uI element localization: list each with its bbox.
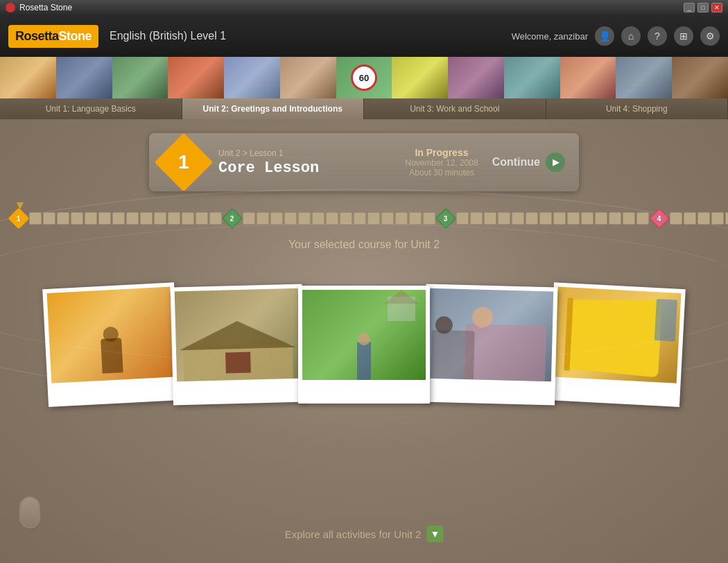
photo-image-3: [302, 290, 426, 380]
timeline-square: [684, 212, 696, 225]
strip-image-speed-sign: 60: [336, 57, 392, 98]
timeline-square: [595, 212, 607, 225]
home-icon[interactable]: ⌂: [621, 26, 641, 46]
strip-image-3: [112, 57, 168, 98]
maximize-button[interactable]: □: [697, 3, 709, 12]
timeline-square: [243, 212, 255, 225]
timeline-square: [423, 212, 435, 225]
strip-image-9: [504, 57, 560, 98]
explore-bar: Explore all activities for Unit 2 ▼: [285, 526, 444, 542]
unit-tab-2[interactable]: Unit 2: Greetings and Introductions: [182, 98, 365, 119]
welcome-text: Welcome, zanzibar: [512, 31, 588, 42]
scroll-indicator: [19, 496, 40, 528]
photo-image-1: [47, 287, 175, 383]
timeline-square: [270, 212, 283, 225]
lesson-status: In Progress November 12, 2008 About 30 m…: [405, 147, 478, 177]
timeline-square: [367, 212, 380, 225]
timeline-square: [196, 212, 208, 225]
title-bar-icon: [6, 3, 15, 12]
help-icon[interactable]: ?: [648, 26, 667, 46]
strip-image-11: [616, 57, 672, 98]
timeline-square: [29, 212, 42, 225]
timeline-square: [312, 212, 324, 225]
photo-image-4: [428, 288, 553, 382]
timeline-square: [284, 212, 297, 225]
timeline-square: [126, 212, 139, 225]
unit-tab-3[interactable]: Unit 3: Work and School: [364, 98, 546, 119]
lesson-number-badge: 1: [155, 133, 214, 192]
explore-dropdown-button[interactable]: ▼: [426, 526, 443, 542]
header-right: Welcome, zanzibar 👤 ⌂ ? ⊞ ⚙: [512, 26, 720, 46]
timeline-square: [168, 212, 180, 225]
lesson-date: November 12, 2008: [405, 158, 478, 168]
strip-image-5: [224, 57, 280, 98]
timeline-square: [697, 212, 710, 225]
timeline-square: [512, 212, 524, 225]
timeline-square: [98, 212, 111, 225]
strip-image-8: [448, 57, 504, 98]
timeline-square: [553, 212, 566, 225]
timeline-square: [154, 212, 166, 225]
timeline-node-4[interactable]: 4: [648, 207, 670, 229]
timeline-square: [498, 212, 510, 225]
user-icon[interactable]: 👤: [595, 26, 614, 46]
main-content: 1 Unit 2 > Lesson 1 Core Lesson In Progr…: [0, 119, 728, 563]
timeline-square: [71, 212, 83, 225]
timeline-square: [609, 212, 621, 225]
window-controls: _ □ ✕: [684, 3, 722, 12]
timeline-square: [85, 212, 97, 225]
close-button[interactable]: ✕: [711, 3, 722, 12]
photo-card-4[interactable]: [423, 284, 557, 406]
photo-card-1[interactable]: [42, 282, 180, 407]
minimize-button[interactable]: _: [684, 3, 695, 12]
continue-button[interactable]: Continue ▶: [492, 153, 565, 172]
strip-image-6: [280, 57, 336, 98]
strip-image-4: [168, 57, 224, 98]
timeline-node-1[interactable]: 1: [8, 207, 29, 229]
settings-icon[interactable]: ⚙: [700, 26, 720, 46]
unit-tab-4[interactable]: Unit 4: Shopping: [546, 98, 729, 119]
logo-text-2: Stone: [59, 29, 92, 43]
timeline-square: [484, 212, 496, 225]
timeline-square: [354, 212, 366, 225]
photo-image-5: [553, 287, 682, 383]
timeline-square: [526, 212, 538, 225]
timeline-square: [57, 212, 69, 225]
photo-card-2[interactable]: [171, 284, 305, 406]
timeline-square: [140, 212, 153, 225]
lesson-duration: About 30 minutes: [405, 168, 478, 177]
strip-image-7: [392, 57, 448, 98]
timeline-square: [470, 212, 483, 225]
lesson-info: Unit 2 > Lesson 1 Core Lesson: [218, 148, 391, 177]
timeline-square: [112, 212, 125, 225]
timeline-square: [43, 212, 55, 225]
course-title: English (British) Level 1: [110, 30, 226, 42]
timeline-square: [209, 212, 222, 225]
image-strip: 60: [0, 57, 728, 98]
timeline-square: [567, 212, 580, 225]
grid-icon[interactable]: ⊞: [674, 26, 693, 46]
strip-image-1: [0, 57, 56, 98]
timeline-square: [340, 212, 352, 225]
play-icon: ▶: [546, 153, 565, 172]
timeline-node-2[interactable]: 2: [221, 207, 243, 229]
unit-tab-1[interactable]: Unit 1: Language Basics: [0, 98, 182, 119]
title-bar: Rosetta Stone _ □ ✕: [0, 0, 728, 15]
progress-timeline: ▼ 1 2: [0, 205, 728, 232]
strip-image-12: [672, 57, 728, 98]
scroll-icon: [19, 496, 40, 528]
timeline-square: [326, 212, 338, 225]
photo-card-5[interactable]: [548, 282, 686, 407]
strip-image-10: [560, 57, 616, 98]
rosetta-stone-logo[interactable]: RosettaStone: [8, 25, 98, 48]
photo-card-3[interactable]: [298, 286, 430, 404]
logo-text: Rosetta: [15, 29, 59, 43]
timeline-node-3[interactable]: 3: [435, 207, 456, 229]
speed-limit-sign: 60: [351, 64, 377, 91]
timeline-square: [670, 212, 682, 225]
timeline-square: [395, 212, 408, 225]
timeline-square: [456, 212, 469, 225]
photos-strip: [0, 265, 728, 404]
status-label: In Progress: [405, 147, 478, 158]
timeline-square: [539, 212, 552, 225]
